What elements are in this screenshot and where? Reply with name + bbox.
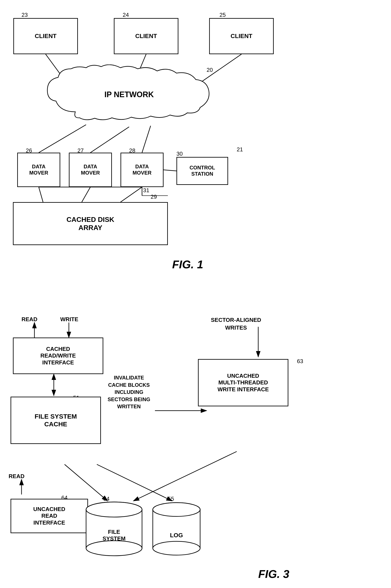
svg-point-27 bbox=[86, 541, 142, 556]
file-system-cylinder: FILESYSTEM bbox=[84, 501, 144, 557]
ref-29: 29 bbox=[151, 194, 157, 200]
uncached-read-box: UNCACHEDREADINTERFACE bbox=[10, 499, 88, 533]
ref-31: 31 bbox=[143, 187, 149, 194]
ref-30: 30 bbox=[177, 150, 183, 157]
svg-point-32 bbox=[153, 503, 200, 516]
uncached-read-label: UNCACHEDREADINTERFACE bbox=[33, 506, 65, 526]
client1-label: CLIENT bbox=[35, 32, 56, 40]
svg-line-22 bbox=[133, 451, 237, 501]
uncached-mt-write-label: UNCACHEDMULTI-THREADEDWRITE INTERFACE bbox=[217, 372, 269, 393]
client2-box: CLIENT bbox=[114, 18, 178, 54]
data-mover1-box: DATAMOVER bbox=[17, 153, 60, 187]
cached-rw-box: CACHEDREAD/WRITEINTERFACE bbox=[13, 338, 103, 374]
ip-network-label: IP NETWORK bbox=[104, 90, 154, 99]
svg-line-7 bbox=[82, 187, 90, 202]
client2-label: CLIENT bbox=[135, 32, 157, 40]
read-label-top: READ bbox=[21, 316, 37, 323]
uncached-mt-write-box: UNCACHEDMULTI-THREADEDWRITE INTERFACE bbox=[198, 359, 288, 406]
ref-25: 25 bbox=[219, 12, 226, 18]
write-label: WRITE bbox=[60, 316, 78, 323]
svg-point-28 bbox=[86, 502, 142, 517]
data-mover2-label: DATAMOVER bbox=[81, 164, 100, 176]
ip-network-cloud: IP NETWORK bbox=[43, 65, 215, 125]
cached-disk-array-box: CACHED DISKARRAY bbox=[13, 202, 168, 245]
control-station-box: CONTROLSTATION bbox=[177, 157, 228, 185]
read-label-bottom: READ bbox=[9, 473, 24, 480]
cached-rw-label: CACHEDREAD/WRITEINTERFACE bbox=[40, 346, 76, 366]
cached-disk-array-label: CACHED DISKARRAY bbox=[67, 216, 114, 232]
file-system-cache-box: FILE SYSTEMCACHE bbox=[10, 397, 101, 444]
log-cylinder: LOG bbox=[151, 501, 202, 557]
fig1-diagram: 23 24 25 20 21 26 27 28 30 29 31 CLIENT … bbox=[0, 0, 391, 301]
client1-box: CLIENT bbox=[13, 18, 78, 54]
ref-24: 24 bbox=[123, 12, 129, 18]
ref-63: 63 bbox=[297, 358, 303, 365]
sector-aligned-label: SECTOR-ALIGNEDWRITES bbox=[211, 316, 261, 332]
svg-point-31 bbox=[153, 541, 200, 555]
data-mover3-box: DATAMOVER bbox=[120, 153, 164, 187]
ref-23: 23 bbox=[21, 12, 28, 18]
fig3-diagram: READ WRITE 61 CACHEDREAD/WRITEINTERFACE … bbox=[0, 314, 391, 588]
svg-line-20 bbox=[65, 464, 107, 501]
svg-line-5 bbox=[142, 126, 151, 153]
data-mover2-box: DATAMOVER bbox=[69, 153, 112, 187]
fig1-label: FIG. 1 bbox=[172, 258, 203, 271]
ref-21: 21 bbox=[237, 146, 243, 153]
invalidate-text: INVALIDATECACHE BLOCKSINCLUDINGSECTORS B… bbox=[107, 374, 150, 410]
client3-label: CLIENT bbox=[230, 32, 252, 40]
control-station-label: CONTROLSTATION bbox=[190, 165, 215, 177]
fig3-label: FIG. 3 bbox=[258, 568, 289, 581]
data-mover1-label: DATAMOVER bbox=[29, 164, 48, 176]
svg-line-10 bbox=[164, 170, 177, 171]
file-system-cache-label: FILE SYSTEMCACHE bbox=[35, 413, 77, 428]
svg-line-4 bbox=[90, 127, 129, 153]
data-mover3-label: DATAMOVER bbox=[133, 164, 152, 176]
svg-line-6 bbox=[39, 187, 43, 202]
svg-line-8 bbox=[120, 187, 142, 202]
client3-box: CLIENT bbox=[209, 18, 274, 54]
